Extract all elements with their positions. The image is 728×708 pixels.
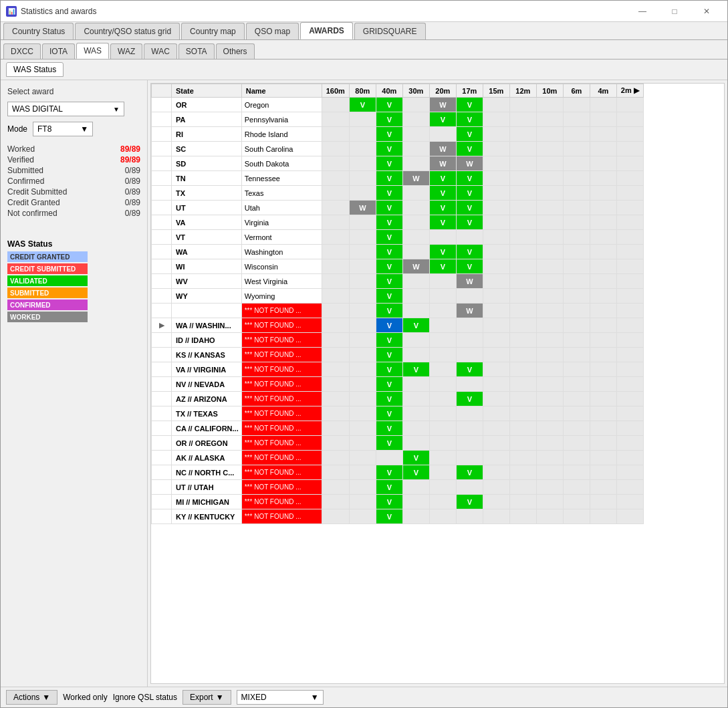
title-bar: 📊 Statistics and awards — □ ✕	[1, 1, 727, 22]
band-cell-20m: V	[429, 201, 456, 215]
ignore-qsl-label[interactable]: Ignore QSL status	[113, 693, 177, 702]
tab-country-status[interactable]: Country Status	[3, 23, 74, 39]
tab-iota[interactable]: IOTA	[42, 43, 75, 59]
mixed-select[interactable]: MIXED ▼	[237, 690, 324, 705]
table-row[interactable]: *** NOT FOUND ...VW	[152, 304, 644, 318]
legend-credit-granted: CREDIT GRANTED	[7, 251, 140, 262]
band-cell-30m	[402, 112, 429, 127]
table-row[interactable]: ID // IDAHO*** NOT FOUND ...V	[152, 333, 644, 348]
tab-sota[interactable]: SOTA	[178, 43, 215, 59]
table-row[interactable]: MI // MICHIGAN*** NOT FOUND ...VV	[152, 495, 644, 509]
table-row[interactable]: RIRhode IslandVV	[152, 127, 644, 142]
table-row[interactable]: TXTexasVVV	[152, 186, 644, 201]
band-cell-12m	[509, 274, 536, 289]
table-row[interactable]: ▶WA // WASHIN...*** NOT FOUND ...VV	[152, 318, 644, 333]
mode-select[interactable]: FT8 ▼	[33, 122, 93, 136]
band-cell-2m	[616, 215, 643, 230]
table-row[interactable]: CA // CALIFORN...*** NOT FOUND ...V	[152, 421, 644, 436]
arrow-cell	[152, 421, 172, 436]
band-cell-80m	[349, 304, 376, 318]
table-row[interactable]: NV // NEVADA*** NOT FOUND ...V	[152, 377, 644, 392]
band-cell-20m	[429, 495, 456, 509]
tab-others[interactable]: Others	[216, 43, 255, 59]
grid-container[interactable]: State Name 160m 80m 40m 30m 20m 17m 15m …	[150, 83, 725, 684]
name-cell: *** NOT FOUND ...	[241, 451, 322, 465]
band-cell-30m	[402, 274, 429, 289]
table-row[interactable]: UTUtahWVVV	[152, 201, 644, 215]
col-arrow	[152, 84, 172, 98]
table-row[interactable]: UT // UTAH*** NOT FOUND ...V	[152, 480, 644, 495]
export-button[interactable]: Export ▼	[183, 690, 231, 705]
table-row[interactable]: PAPennsylvaniaVVV	[152, 112, 644, 127]
table-row[interactable]: AZ // ARIZONA*** NOT FOUND ...VV	[152, 392, 644, 406]
band-cell-15m	[483, 348, 509, 362]
band-cell-2m	[616, 259, 643, 274]
band-cell-6m	[563, 465, 590, 480]
band-cell-15m	[483, 377, 509, 392]
arrow-cell	[152, 186, 172, 201]
table-row[interactable]: TX // TEXAS*** NOT FOUND ...V	[152, 406, 644, 421]
band-cell-40m: V	[376, 289, 402, 304]
col-30m: 30m	[402, 84, 429, 98]
tab-awards[interactable]: AWARDS	[300, 22, 353, 39]
minimize-button[interactable]: —	[627, 3, 658, 19]
tab-country-map[interactable]: Country map	[181, 23, 245, 39]
band-cell-2m	[616, 480, 643, 495]
band-cell-40m: V	[376, 127, 402, 142]
tab-waz[interactable]: WAZ	[110, 43, 142, 59]
was-status-tab[interactable]: WAS Status	[6, 62, 64, 77]
app-icon: 📊	[6, 6, 17, 17]
band-cell-10m	[536, 289, 563, 304]
table-row[interactable]: SCSouth CarolinaVWV	[152, 142, 644, 156]
arrow-cell	[152, 495, 172, 509]
table-row[interactable]: VAVirginiaVVV	[152, 215, 644, 230]
actions-button[interactable]: Actions ▼	[6, 690, 57, 705]
band-cell-10m	[536, 451, 563, 465]
table-row[interactable]: OROregonVVWV	[152, 98, 644, 112]
table-row[interactable]: VTVermontV	[152, 230, 644, 245]
band-cell-2m	[616, 495, 643, 509]
band-cell-30m	[402, 304, 429, 318]
band-cell-20m: V	[429, 186, 456, 201]
tab-wac[interactable]: WAC	[144, 43, 177, 59]
table-row[interactable]: OR // OREGON*** NOT FOUND ...V	[152, 436, 644, 451]
band-cell-15m	[483, 509, 509, 524]
award-select[interactable]: WAS DIGITAL ▼	[7, 102, 124, 116]
band-cell-2m	[616, 127, 643, 142]
tab-dxcc[interactable]: DXCC	[3, 43, 41, 59]
actions-label: Actions	[13, 693, 39, 702]
band-cell-20m	[429, 274, 456, 289]
band-cell-40m: V	[376, 259, 402, 274]
band-cell-15m	[483, 406, 509, 421]
band-cell-15m	[483, 215, 509, 230]
table-row[interactable]: AK // ALASKA*** NOT FOUND ...V	[152, 451, 644, 465]
maximize-button[interactable]: □	[659, 3, 690, 19]
table-row[interactable]: SDSouth DakotaVWW	[152, 156, 644, 171]
table-row[interactable]: WVWest VirginiaVW	[152, 274, 644, 289]
band-cell-10m	[536, 112, 563, 127]
table-row[interactable]: KY // KENTUCKY*** NOT FOUND ...V	[152, 509, 644, 524]
tab-qso-map[interactable]: QSO map	[246, 23, 299, 39]
tab-gridsquare[interactable]: GRIDSQUARE	[354, 23, 426, 39]
tab-was[interactable]: WAS	[76, 43, 109, 59]
tab-country-qso[interactable]: Country/QSO status grid	[75, 23, 180, 39]
table-row[interactable]: VA // VIRGINIA*** NOT FOUND ...VVV	[152, 362, 644, 377]
band-cell-4m	[590, 436, 616, 451]
worked-only-label[interactable]: Worked only	[63, 693, 107, 702]
table-row[interactable]: TNTennesseeVWVV	[152, 171, 644, 186]
col-6m: 6m	[563, 84, 590, 98]
table-row[interactable]: WIWisconsinVWVV	[152, 259, 644, 274]
stat-submitted: Submitted 0/89	[7, 166, 140, 175]
band-cell-10m	[536, 348, 563, 362]
table-row[interactable]: WAWashingtonVVV	[152, 245, 644, 259]
table-row[interactable]: KS // KANSAS*** NOT FOUND ...V	[152, 348, 644, 362]
close-button[interactable]: ✕	[691, 3, 722, 19]
table-row[interactable]: WYWyomingV	[152, 289, 644, 304]
band-cell-80m: W	[349, 201, 376, 215]
band-cell-10m	[536, 245, 563, 259]
state-cell: UT	[172, 201, 242, 215]
name-cell: Tennessee	[241, 171, 322, 186]
band-cell-12m	[509, 156, 536, 171]
table-row[interactable]: NC // NORTH C...*** NOT FOUND ...VVV	[152, 465, 644, 480]
band-cell-40m: V	[376, 245, 402, 259]
